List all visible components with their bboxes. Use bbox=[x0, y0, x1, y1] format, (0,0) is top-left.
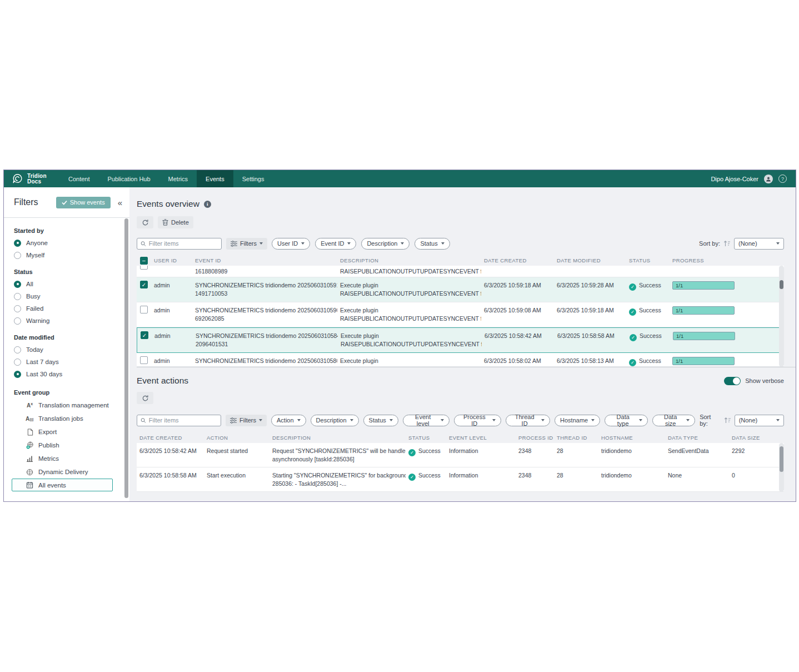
overview-sort-select[interactable]: (None) bbox=[734, 238, 784, 250]
actions-filters-button[interactable]: Filters bbox=[226, 415, 267, 426]
overview-filters-button[interactable]: Filters bbox=[226, 238, 267, 250]
radio-option-failed[interactable]: Failed bbox=[14, 302, 122, 315]
event-row[interactable]: 1618808989RAISEPUBLICATIONOUTPUTUPDATESY… bbox=[137, 266, 784, 277]
actions-filter-pill-event-level[interactable]: Event level bbox=[403, 415, 450, 426]
nav-tab-content[interactable]: Content bbox=[59, 170, 99, 187]
sort-by-label: Sort by: bbox=[699, 240, 720, 247]
chevron-down-icon bbox=[441, 419, 444, 421]
nav-tab-publication-hub[interactable]: Publication Hub bbox=[99, 170, 159, 187]
help-icon[interactable]: ? bbox=[778, 175, 787, 183]
radio-option-myself[interactable]: Myself bbox=[14, 249, 122, 261]
event-group-item-export[interactable]: Export bbox=[12, 425, 113, 439]
dynamic-delivery-icon bbox=[26, 469, 34, 476]
column-header-action[interactable]: ACTION bbox=[204, 435, 269, 441]
actions-filter-pill-action[interactable]: Action bbox=[271, 415, 306, 426]
top-navbar: Tridion Docs ContentPublication HubMetri… bbox=[4, 170, 796, 187]
column-header-user-id[interactable]: USER ID bbox=[151, 257, 192, 263]
actions-refresh-button[interactable] bbox=[137, 392, 153, 404]
actions-filter-pill-process-id[interactable]: Process ID bbox=[454, 415, 501, 426]
actions-filter-pill-status[interactable]: Status bbox=[363, 415, 398, 426]
column-header-hostname[interactable]: HOSTNAME bbox=[598, 435, 665, 441]
row-checkbox[interactable] bbox=[140, 266, 148, 270]
event-group-item-translation-jobs[interactable]: A▤Translation jobs bbox=[12, 412, 113, 425]
actions-filter-pill-data-size[interactable]: Data size bbox=[652, 415, 695, 426]
success-icon: ✓ bbox=[408, 474, 416, 481]
radio-option-today[interactable]: Today bbox=[14, 344, 122, 356]
overview-filter-pill-user-id[interactable]: User ID bbox=[272, 238, 310, 250]
user-name[interactable]: Dipo Ajose-Coker bbox=[711, 176, 758, 182]
event-row[interactable]: adminSYNCHRONIZEMETRICS tridiondemo 2025… bbox=[137, 353, 784, 367]
brand[interactable]: Tridion Docs bbox=[4, 170, 59, 187]
row-checkbox[interactable] bbox=[140, 306, 148, 313]
column-header-date-modified[interactable]: DATE MODIFIED bbox=[554, 257, 626, 263]
event-group-item-publish[interactable]: Publish bbox=[12, 439, 113, 452]
delete-button[interactable]: Delete bbox=[158, 216, 193, 228]
sidebar-scrollbar[interactable] bbox=[124, 218, 128, 498]
info-icon[interactable]: i bbox=[204, 201, 211, 208]
event-group-item-metrics[interactable]: Metrics bbox=[12, 452, 113, 465]
nav-tab-settings[interactable]: Settings bbox=[233, 170, 273, 187]
nav-tab-events[interactable]: Events bbox=[197, 170, 233, 187]
event-row[interactable]: adminSYNCHRONIZEMETRICS tridiondemo 2025… bbox=[137, 302, 784, 327]
column-header-status[interactable]: STATUS bbox=[406, 435, 446, 441]
actions-filter-pill-description[interactable]: Description bbox=[311, 415, 359, 426]
radio-option-all[interactable]: All bbox=[14, 278, 122, 290]
actions-search-input[interactable] bbox=[149, 417, 217, 424]
overview-filter-pill-description[interactable]: Description bbox=[361, 238, 410, 250]
actions-filter-pill-data-type[interactable]: Data type bbox=[605, 415, 648, 426]
radio-option-busy[interactable]: Busy bbox=[14, 290, 122, 302]
radio-option-anyone[interactable]: Anyone bbox=[14, 237, 122, 249]
translation-management-icon: Ax bbox=[26, 402, 34, 409]
column-header-thread-id[interactable]: THREAD ID bbox=[554, 435, 598, 441]
chevron-down-icon bbox=[686, 419, 690, 421]
event-row[interactable]: ✓adminSYNCHRONIZEMETRICS tridiondemo 202… bbox=[137, 277, 784, 302]
actions-table-scrollbar[interactable] bbox=[779, 443, 784, 492]
column-header-progress[interactable]: PROGRESS bbox=[670, 257, 784, 263]
chevron-down-icon bbox=[350, 419, 353, 421]
overview-filter-pill-event-id[interactable]: Event ID bbox=[315, 238, 356, 250]
actions-sort-select[interactable]: (None) bbox=[735, 415, 784, 426]
radio-option-warning[interactable]: Warning bbox=[14, 315, 122, 327]
radio-icon bbox=[14, 305, 21, 312]
column-header-date-created[interactable]: DATE CREATED bbox=[481, 257, 554, 263]
overview-filter-pill-status[interactable]: Status bbox=[415, 238, 450, 250]
action-row[interactable]: 6/3/2025 10:58:58 AMStart executionStart… bbox=[137, 467, 784, 492]
actions-filter-pill-hostname[interactable]: Hostname bbox=[555, 415, 600, 426]
chevron-down-icon bbox=[441, 242, 445, 245]
chevron-down-icon bbox=[776, 242, 780, 245]
overview-search-input[interactable] bbox=[149, 240, 218, 247]
column-header-status[interactable]: STATUS bbox=[626, 257, 670, 263]
nav-tab-metrics[interactable]: Metrics bbox=[159, 170, 197, 187]
action-row[interactable]: 6/3/2025 10:58:42 AMRequest startedReque… bbox=[137, 443, 784, 467]
radio-option-last-30-days[interactable]: Last 30 days bbox=[14, 368, 122, 380]
event-group-item-dynamic-delivery[interactable]: Dynamic Delivery bbox=[12, 465, 113, 479]
event-row[interactable]: ✓adminSYNCHRONIZEMETRICS tridiondemo 202… bbox=[137, 327, 784, 353]
select-all-checkbox[interactable]: – bbox=[140, 257, 148, 265]
column-header-event-level[interactable]: EVENT LEVEL bbox=[446, 435, 516, 441]
column-header-data-type[interactable]: DATA TYPE bbox=[665, 435, 729, 441]
event-group-item-translation-management[interactable]: AxTranslation management bbox=[12, 399, 113, 412]
radio-option-last-7-days[interactable]: Last 7 days bbox=[14, 356, 122, 368]
user-avatar-icon[interactable] bbox=[764, 175, 773, 183]
hostname-cell: tridiondemo bbox=[598, 467, 665, 491]
overview-table-scrollbar[interactable] bbox=[779, 266, 784, 367]
column-header-process-id[interactable]: PROCESS ID bbox=[516, 435, 554, 441]
tridion-logo-icon bbox=[12, 173, 23, 185]
column-header-event-id[interactable]: EVENT ID bbox=[192, 257, 337, 263]
show-verbose-toggle[interactable] bbox=[724, 377, 741, 385]
column-header-description[interactable]: DESCRIPTION bbox=[337, 257, 481, 263]
event-group-item-all-events[interactable]: All events bbox=[12, 479, 113, 491]
refresh-button[interactable] bbox=[137, 216, 153, 228]
row-checkbox[interactable]: ✓ bbox=[140, 281, 148, 288]
search-icon bbox=[141, 417, 146, 424]
column-header-date-created[interactable]: DATE CREATED bbox=[137, 435, 204, 441]
row-checkbox[interactable]: ✓ bbox=[141, 331, 148, 339]
row-checkbox[interactable] bbox=[140, 356, 148, 364]
row-checkbox-cell bbox=[137, 266, 151, 277]
column-header-data-size[interactable]: DATA SIZE bbox=[729, 435, 784, 441]
actions-filter-pill-thread-id[interactable]: Thread ID bbox=[506, 415, 550, 426]
collapse-sidebar-icon[interactable]: « bbox=[116, 198, 124, 207]
column-header-description[interactable]: DESCRIPTION bbox=[269, 435, 406, 441]
chevron-down-icon bbox=[492, 419, 496, 421]
show-events-button[interactable]: Show events bbox=[56, 197, 111, 208]
